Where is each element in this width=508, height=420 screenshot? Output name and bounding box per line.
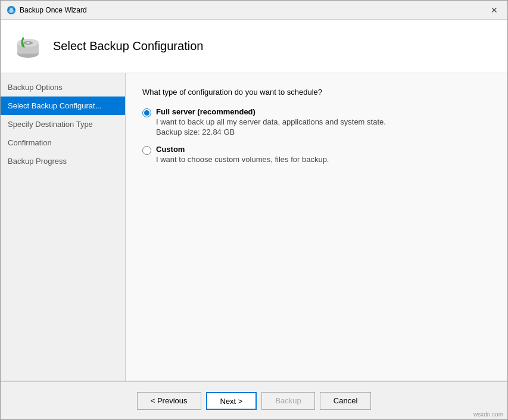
header-title: Select Backup Configuration xyxy=(53,39,203,53)
next-button[interactable]: Next > xyxy=(206,392,257,410)
full-server-radio[interactable] xyxy=(142,108,151,117)
question-label: What type of configuration do you want t… xyxy=(142,88,491,97)
backup-button: Backup xyxy=(261,392,314,410)
cancel-button[interactable]: Cancel xyxy=(320,392,371,410)
full-server-title[interactable]: Full server (recommended) xyxy=(156,107,386,116)
full-server-option: Full server (recommended) I want to back… xyxy=(142,107,491,136)
sidebar-item-confirmation[interactable]: Confirmation xyxy=(1,133,125,152)
sidebar-item-destination-type[interactable]: Specify Destination Type xyxy=(1,115,125,133)
sidebar-item-backup-options[interactable]: Backup Options xyxy=(1,78,125,97)
watermark: wsxdn.com xyxy=(473,411,503,418)
sidebar-item-backup-progress[interactable]: Backup Progress xyxy=(1,152,125,170)
custom-option: Custom I want to choose custom volumes, … xyxy=(142,145,491,164)
main-panel: What type of configuration do you want t… xyxy=(126,73,507,381)
full-server-size: Backup size: 22.84 GB xyxy=(156,127,386,136)
custom-radio[interactable] xyxy=(142,146,151,155)
title-bar: Backup Once Wizard ✕ xyxy=(1,1,507,20)
sidebar: Backup Options Select Backup Configurat.… xyxy=(1,73,126,381)
window-title: Backup Once Wizard xyxy=(20,6,87,14)
full-server-content: Full server (recommended) I want to back… xyxy=(156,107,386,136)
sidebar-item-select-backup[interactable]: Select Backup Configurat... xyxy=(1,97,125,115)
content-area: Backup Options Select Backup Configurat.… xyxy=(1,73,507,381)
svg-point-8 xyxy=(26,42,30,43)
custom-desc: I want to choose custom volumes, files f… xyxy=(156,155,329,164)
custom-content: Custom I want to choose custom volumes, … xyxy=(156,145,329,164)
svg-point-2 xyxy=(10,8,13,13)
full-server-desc: I want to back up all my server data, ap… xyxy=(156,117,386,126)
wizard-icon xyxy=(7,5,16,15)
custom-title[interactable]: Custom xyxy=(156,145,329,154)
title-bar-left: Backup Once Wizard xyxy=(7,5,87,15)
header-area: Select Backup Configuration xyxy=(1,20,507,73)
footer-area: < Previous Next > Backup Cancel xyxy=(1,381,507,419)
previous-button[interactable]: < Previous xyxy=(137,392,201,410)
header-backup-icon xyxy=(13,31,43,62)
window: Backup Once Wizard ✕ Select Backup Confi… xyxy=(0,0,508,420)
close-button[interactable]: ✕ xyxy=(487,4,501,16)
